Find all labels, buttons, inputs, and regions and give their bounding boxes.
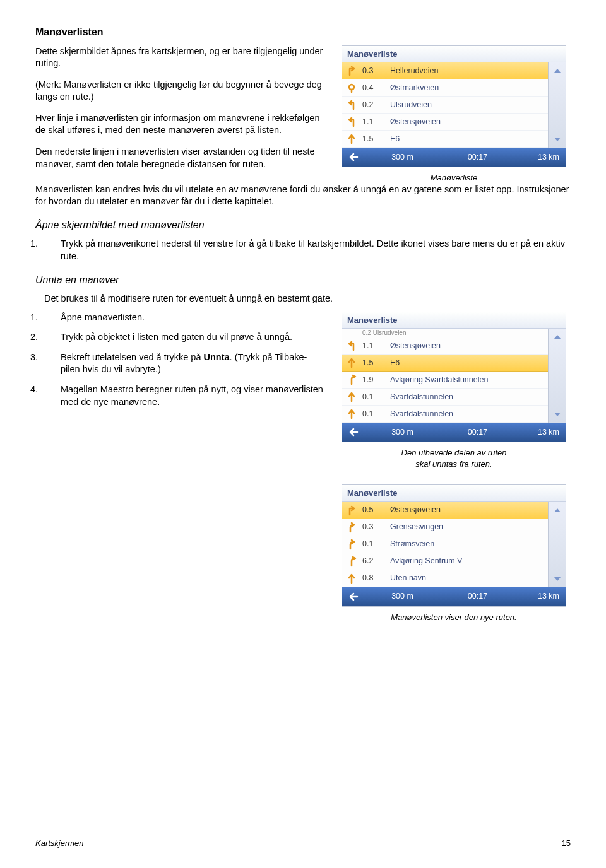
list-item: 3.Bekreft utelatelsen ved å trykke på Un… (61, 351, 324, 376)
maneuver-street: Svartdalstunnelen (386, 392, 548, 402)
paragraph: (Merk: Manøverlisten er ikke tilgjengeli… (35, 79, 324, 103)
maneuver-street: Svartdalstunnelen (386, 409, 548, 419)
maneuver-distance: 0.5 (361, 505, 386, 515)
back-icon[interactable] (342, 428, 365, 437)
maneuver-distance: 6.2 (361, 556, 386, 566)
paragraph: Det brukes til å modifisere ruten for ev… (35, 293, 571, 305)
turn-up-icon (342, 357, 361, 368)
maneuver-distance: 0.1 (361, 539, 386, 549)
scroll-down-icon[interactable] (549, 571, 566, 587)
paragraph: Hver linje i manøverlisten gir informasj… (35, 112, 324, 137)
list-item: 2.Trykk på objektet i listen med gaten d… (61, 331, 324, 344)
figure-caption: Manøverliste (431, 172, 477, 184)
status-distance: 300 m (365, 591, 440, 602)
status-distance: 300 m (365, 152, 440, 163)
status-bar: 300 m 00:17 13 km (342, 423, 566, 442)
status-bar: 300 m 00:17 13 km (342, 148, 566, 167)
maneuver-row[interactable]: 0.1Svartdalstunnelen (342, 389, 548, 406)
maneuver-distance: 1.1 (361, 117, 386, 127)
maneuver-distance: 0.1 (361, 409, 386, 419)
maneuver-row[interactable]: 6.2Avkjøring Sentrum V (342, 553, 548, 570)
status-distance: 300 m (365, 427, 440, 438)
turn-sright-icon (342, 539, 361, 550)
status-time: 00:17 (440, 152, 515, 163)
maneuver-distance: 1.1 (361, 341, 386, 351)
figure-caption: Manøverlisten viser den nye ruten. (391, 612, 516, 623)
list-item: 1.Åpne manøverlisten. (61, 312, 324, 324)
maneuver-distance: 1.5 (361, 134, 386, 144)
turn-right-icon (342, 65, 361, 76)
maneuver-street: Strømsveien (386, 539, 548, 549)
maneuver-row[interactable]: 1.5E6 (342, 355, 548, 372)
maneuver-row[interactable]: 0.8Uten navn (342, 570, 548, 587)
turn-merge-icon (342, 374, 361, 385)
figure-caption: Den uthevede delen av rutenskal unntas f… (401, 447, 507, 469)
maneuver-street: Østensjøveien (386, 505, 548, 515)
maneuver-distance: 0.1 (361, 392, 386, 402)
back-icon[interactable] (342, 153, 365, 161)
status-time: 00:17 (440, 427, 515, 438)
maneuver-distance: 1.5 (361, 358, 386, 368)
turn-right-icon (342, 505, 361, 516)
maneuver-row[interactable]: 0.3Hellerudveien (342, 62, 548, 79)
scroll-down-icon[interactable] (549, 406, 566, 423)
scroll-bar[interactable] (548, 62, 566, 148)
maneuver-street: Avkjøring Sentrum V (386, 556, 548, 566)
maneuver-street: Hellerudveien (386, 66, 548, 76)
maneuver-row[interactable]: 0.1Svartdalstunnelen (342, 406, 548, 423)
scroll-down-icon[interactable] (549, 131, 566, 148)
maneuver-row[interactable]: 1.1Østensjøveien (342, 337, 548, 355)
paragraph: Manøverlisten kan endres hvis du vil ute… (35, 184, 571, 208)
maneuver-list-screenshot-1: Manøverliste 0.3Hellerudveien0.4Østmarkv… (342, 45, 566, 168)
maneuver-list-screenshot-2: Manøverliste 0.2 Ulsrudveien 1.1Østensjø… (342, 312, 566, 443)
maneuver-row[interactable]: 0.2Ulsrudveien (342, 97, 548, 114)
paragraph: Dette skjermbildet åpnes fra kartskjerme… (35, 45, 324, 70)
maneuver-list-screenshot-3: Manøverliste 0.5Østensjøveien0.3Grensesv… (342, 484, 566, 607)
paragraph: Den nederste linjen i manøverlisten vise… (35, 146, 324, 170)
screenshot-title: Manøverliste (342, 46, 566, 63)
maneuver-distance: 0.3 (361, 522, 386, 532)
turn-up-icon (342, 391, 361, 402)
section-heading: Åpne skjermbildet med manøverlisten (35, 218, 571, 232)
turn-up-icon (342, 408, 361, 419)
back-icon[interactable] (342, 592, 365, 601)
section-heading: Unnta en manøver (35, 273, 571, 287)
maneuver-distance: 0.3 (361, 66, 386, 76)
turn-left-icon (342, 99, 361, 110)
maneuver-row[interactable]: 1.1Østensjøveien (342, 114, 548, 131)
footer-section: Kartskjermen (35, 838, 84, 849)
maneuver-street: Avkjøring Svartdalstunnelen (386, 375, 548, 385)
maneuver-row[interactable]: 0.3Grensesvingen (342, 519, 548, 536)
status-remaining: 13 km (515, 152, 566, 163)
maneuver-row[interactable]: 0.5Østensjøveien (342, 502, 548, 519)
turn-up-icon (342, 573, 361, 584)
scroll-bar[interactable] (548, 329, 566, 423)
turn-round-icon (342, 82, 361, 93)
turn-left-icon (342, 116, 361, 127)
maneuver-street: E6 (386, 358, 548, 368)
turn-up-icon (342, 133, 361, 144)
turn-left-icon (342, 340, 361, 351)
maneuver-street: Grensesvingen (386, 522, 548, 532)
screenshot-title: Manøverliste (342, 312, 566, 329)
status-bar: 300 m 00:17 13 km (342, 587, 566, 606)
screenshot-title: Manøverliste (342, 485, 566, 502)
status-time: 00:17 (440, 591, 515, 602)
maneuver-row[interactable]: 1.5E6 (342, 131, 548, 148)
maneuver-street: Ulsrudveien (386, 100, 548, 110)
maneuver-distance: 0.4 (361, 83, 386, 93)
scroll-bar[interactable] (548, 502, 566, 587)
scroll-up-icon[interactable] (549, 502, 566, 519)
maneuver-distance: 1.9 (361, 375, 386, 385)
scroll-up-icon[interactable] (549, 329, 566, 345)
status-remaining: 13 km (515, 591, 566, 602)
maneuver-row[interactable]: 0.1Strømsveien (342, 536, 548, 553)
maneuver-street: Østmarkveien (386, 83, 548, 93)
list-item: 4.Magellan Maestro beregner ruten på nyt… (61, 384, 324, 408)
maneuver-row[interactable]: 0.4Østmarkveien (342, 79, 548, 97)
maneuver-street: Østensjøveien (386, 117, 548, 127)
maneuver-distance: 0.2 (361, 100, 386, 110)
maneuver-row[interactable]: 1.9Avkjøring Svartdalstunnelen (342, 372, 548, 389)
scroll-up-icon[interactable] (549, 62, 566, 79)
page-number: 15 (562, 838, 571, 849)
